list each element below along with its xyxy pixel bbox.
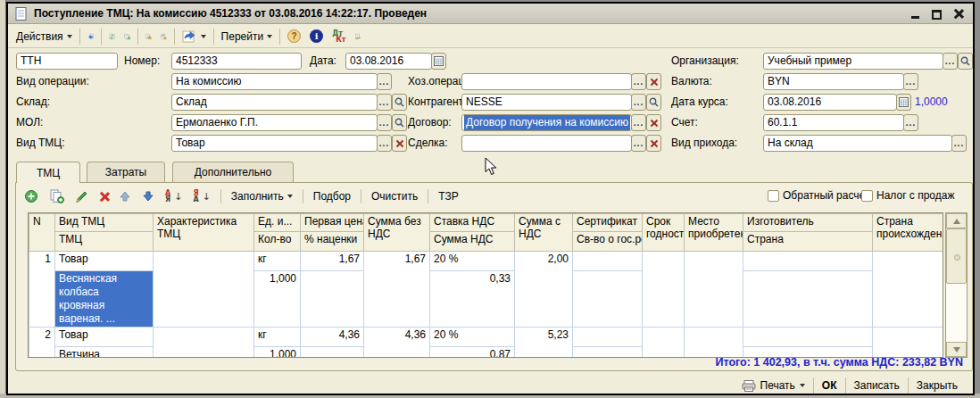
organization-open-button[interactable] — [958, 53, 973, 70]
cell-place[interactable] — [685, 252, 743, 328]
tmc-kind-input[interactable]: Товар — [171, 135, 378, 152]
income-kind-input[interactable]: На склад — [763, 135, 952, 152]
print-menu-button[interactable]: Печать — [734, 377, 813, 394]
deal-select-button[interactable]: ... — [631, 135, 646, 152]
table-scrollbar[interactable] — [945, 212, 968, 358]
cell-characteristic[interactable] — [154, 252, 254, 328]
save-close-button[interactable] — [83, 29, 98, 44]
cell-tmc-name-selected[interactable]: Веснянская колбасакровяная вареная. ... — [55, 271, 154, 328]
tzr-button[interactable]: ТЗР — [434, 188, 462, 204]
mol-select-button[interactable]: ... — [377, 114, 392, 131]
organization-input[interactable]: Учебный пример — [763, 53, 943, 70]
number-input[interactable]: 4512333 — [171, 53, 302, 70]
sort-ascending-button[interactable]: АЯ ↓ — [161, 188, 187, 204]
actions-menu-button[interactable]: Действия — [12, 29, 77, 45]
cell-vat-sum[interactable]: 0,33 — [430, 271, 515, 328]
account-select-button[interactable]: ... — [903, 114, 918, 131]
deal-input[interactable] — [461, 135, 632, 152]
cell-country[interactable] — [743, 271, 873, 328]
dtkt-postings-button[interactable]: Дт Кт — [328, 29, 350, 45]
cell-maker[interactable] — [743, 328, 873, 347]
cell-qty[interactable]: 1,000 — [254, 347, 301, 359]
cell-sum-with-vat[interactable]: 5,23 — [515, 328, 573, 359]
mol-open-button[interactable] — [392, 114, 407, 131]
income-kind-select-button[interactable]: ... — [951, 135, 967, 152]
cell-vat-rate[interactable]: 20 % — [430, 252, 515, 271]
cell-characteristic[interactable] — [154, 328, 254, 359]
deal-clear-button[interactable] — [646, 135, 661, 152]
cell-tmc-name[interactable]: ВетчинаКремлевская ... — [55, 347, 154, 359]
tab-tmc[interactable]: ТМЦ — [16, 162, 80, 183]
cell-unit[interactable]: кг — [254, 252, 301, 271]
save-button[interactable]: Записать — [846, 377, 908, 394]
cell-cert2[interactable] — [573, 347, 643, 359]
cell-type[interactable]: Товар — [55, 252, 154, 271]
clear-button[interactable]: Очистить — [367, 188, 422, 204]
go-to-related-button[interactable] — [178, 28, 211, 46]
structure-button[interactable] — [350, 29, 365, 44]
cell-type[interactable]: Товар — [55, 328, 154, 347]
contractors-open-button[interactable] — [646, 94, 661, 111]
copy-row-button[interactable] — [45, 187, 69, 205]
cell-n[interactable]: 2 — [29, 328, 55, 359]
cell-origin[interactable] — [873, 328, 944, 359]
cell-price[interactable]: 1,67 — [301, 252, 364, 271]
cell-cert2[interactable] — [573, 271, 643, 328]
hoz-operation-clear-button[interactable] — [646, 73, 661, 90]
minimize-button[interactable] — [909, 7, 921, 20]
move-row-up-button[interactable] — [114, 188, 136, 204]
fill-menu-button[interactable]: Заполнить — [227, 188, 297, 204]
organization-select-button[interactable]: ... — [943, 53, 958, 70]
contractors-select-button[interactable]: ... — [631, 94, 646, 111]
goto-menu-button[interactable]: Перейти — [217, 29, 278, 45]
cell-sum-no-vat[interactable]: 1,67 — [364, 252, 430, 328]
reverse-calc-checkbox[interactable]: Обратный расчет — [768, 189, 869, 202]
tmc-kind-select-button[interactable]: ... — [377, 135, 392, 152]
sort-descending-button[interactable]: ЯА ↓ — [188, 188, 214, 204]
cell-certificate[interactable] — [573, 252, 643, 271]
add-row-button[interactable] — [20, 187, 43, 205]
hoz-operation-input[interactable] — [461, 73, 632, 90]
date-calendar-button[interactable] — [431, 53, 446, 70]
copy-document-button[interactable] — [120, 29, 135, 44]
scroll-down-button[interactable] — [946, 342, 967, 357]
edit-row-button[interactable] — [71, 188, 93, 205]
warehouse-input[interactable]: Склад — [171, 94, 378, 111]
cell-sum-with-vat[interactable]: 2,00 — [515, 252, 573, 328]
currency-select-button[interactable]: ... — [903, 73, 918, 90]
contract-clear-button[interactable] — [646, 114, 661, 131]
ok-button[interactable]: ОК — [814, 377, 845, 394]
post-document-button[interactable] — [141, 29, 156, 44]
pick-button[interactable]: Подбор — [309, 188, 355, 204]
close-button[interactable] — [951, 7, 964, 20]
cell-shelf-life[interactable] — [643, 328, 685, 359]
maximize-button[interactable] — [930, 7, 943, 20]
warehouse-open-button[interactable] — [392, 94, 407, 111]
rate-date-calendar-button[interactable] — [896, 94, 911, 111]
contract-select-button[interactable]: ... — [631, 114, 646, 131]
cell-vat-rate[interactable]: 20 % — [430, 328, 515, 347]
cell-markup[interactable] — [301, 271, 364, 328]
unpost-document-button[interactable] — [156, 29, 171, 44]
mol-input[interactable]: Ермолаенко Г.П. — [171, 114, 378, 131]
sales-tax-checkbox[interactable]: Налог с продаж — [861, 189, 954, 202]
cell-qty[interactable]: 1,000 — [254, 271, 301, 328]
hoz-operation-select-button[interactable]: ... — [631, 73, 646, 90]
cell-vat-sum[interactable]: 0,87 — [430, 347, 515, 359]
currency-input[interactable]: BYN — [763, 73, 904, 90]
cell-n[interactable]: 1 — [29, 252, 55, 328]
help-button[interactable]: ? — [283, 28, 305, 45]
date-input[interactable]: 03.08.2016 — [345, 53, 432, 70]
move-row-down-button[interactable] — [137, 188, 159, 204]
scrollbar-thumb[interactable] — [946, 228, 967, 284]
cell-sum-no-vat[interactable]: 4,36 — [364, 328, 430, 359]
cell-origin[interactable] — [873, 252, 944, 328]
rate-date-input[interactable]: 03.08.2016 — [763, 94, 897, 111]
titlebar[interactable]: Поступление ТМЦ: На комиссию 4512333 от … — [8, 4, 973, 24]
cell-price[interactable]: 4,36 — [301, 328, 364, 347]
doc-type-input[interactable]: ТТН — [16, 53, 118, 70]
cell-maker[interactable] — [743, 252, 873, 271]
refresh-button[interactable] — [104, 29, 120, 44]
contract-input[interactable]: Договор получения на комиссию — [461, 114, 632, 131]
delete-row-button[interactable] — [95, 190, 112, 203]
